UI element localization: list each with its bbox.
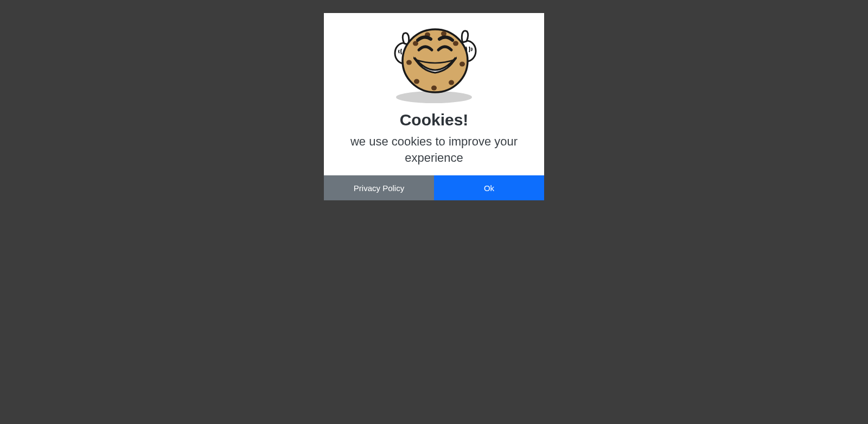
chip (406, 60, 412, 65)
ok-button[interactable]: Ok (434, 175, 544, 200)
cookie-character-icon (385, 22, 483, 103)
cookie-consent-modal: Cookies! we use cookies to improve your … (324, 13, 544, 200)
cookie-svg (385, 22, 483, 98)
chip (441, 31, 446, 36)
chip (459, 62, 465, 67)
chip (414, 79, 419, 84)
modal-body: Cookies! we use cookies to improve your … (324, 13, 544, 175)
modal-title: Cookies! (400, 111, 469, 129)
privacy-policy-button[interactable]: Privacy Policy (324, 175, 434, 200)
chip (453, 41, 458, 46)
modal-description: we use cookies to improve your experienc… (337, 134, 531, 166)
chip (449, 80, 454, 85)
chip (431, 86, 437, 91)
modal-footer: Privacy Policy Ok (324, 175, 544, 200)
cookie-body (403, 29, 468, 92)
